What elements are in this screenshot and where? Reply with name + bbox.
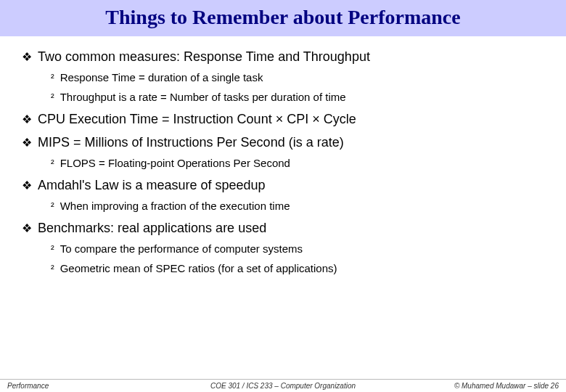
bullet-text: Geometric mean of SPEC ratios (for a set… [60,262,337,274]
slide-title: Things to Remember about Performance [0,6,566,29]
bullet-text: Throughput is a rate = Number of tasks p… [60,91,346,103]
bullet-level2: ² To compare the performance of computer… [51,242,544,256]
bullet-level1: ❖ Benchmarks: real applications are used [22,221,544,237]
slide-footer: Performance COE 301 / ICS 233 – Computer… [0,379,566,392]
bullet-text: Amdahl's Law is a measure of speedup [38,178,266,193]
bullet-level2: ² Response Time = duration of a single t… [51,71,544,85]
bullet-text: Two common measures: Response Time and T… [38,49,370,65]
bullet-level2: ² Geometric mean of SPEC ratios (for a s… [51,262,544,276]
slide-content: ❖ Two common measures: Response Time and… [0,36,566,276]
bullet-level2: ² When improving a fraction of the execu… [51,200,544,213]
bullet-level1: ❖ CPU Execution Time = Instruction Count… [22,112,544,128]
diamond-bullet-icon: ❖ [22,49,32,65]
square-bullet-icon: ² [51,262,54,276]
bullet-text: Benchmarks: real applications are used [38,221,266,236]
title-bar: Things to Remember about Performance [0,0,566,36]
bullet-text: MIPS = Millions of Instructions Per Seco… [38,135,344,150]
diamond-bullet-icon: ❖ [22,178,32,194]
bullet-text: Response Time = duration of a single tas… [60,71,263,83]
square-bullet-icon: ² [51,242,54,256]
footer-right: © Muhamed Mudawar – slide 26 [375,382,559,390]
diamond-bullet-icon: ❖ [22,135,32,151]
diamond-bullet-icon: ❖ [22,112,32,128]
diamond-bullet-icon: ❖ [22,221,32,237]
square-bullet-icon: ² [51,157,54,171]
footer-center: COE 301 / ICS 233 – Computer Organizatio… [191,382,374,390]
bullet-level1: ❖ MIPS = Millions of Instructions Per Se… [22,135,544,151]
square-bullet-icon: ² [51,71,54,85]
square-bullet-icon: ² [51,200,54,213]
square-bullet-icon: ² [51,91,54,105]
bullet-level2: ² FLOPS = Floating-point Operations Per … [51,157,544,171]
footer-left: Performance [7,382,191,390]
bullet-level1: ❖ Two common measures: Response Time and… [22,49,544,65]
bullet-text: CPU Execution Time = Instruction Count ×… [38,112,356,127]
bullet-text: When improving a fraction of the executi… [60,200,290,212]
bullet-level1: ❖ Amdahl's Law is a measure of speedup [22,178,544,194]
bullet-level2: ² Throughput is a rate = Number of tasks… [51,91,544,105]
bullet-text: FLOPS = Floating-point Operations Per Se… [60,157,290,169]
bullet-text: To compare the performance of computer s… [60,242,303,255]
